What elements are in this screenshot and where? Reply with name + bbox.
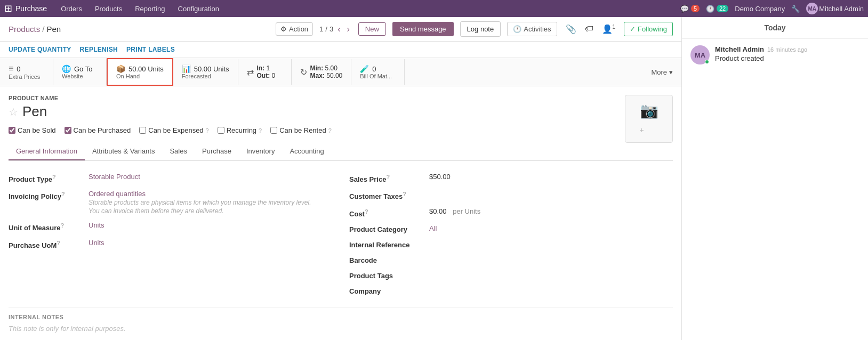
pager-total: 3 xyxy=(329,25,333,33)
field-customer-taxes: Customer Taxes? xyxy=(349,187,673,204)
breadcrumb: Products / Pen xyxy=(9,25,61,34)
send-message-button[interactable]: Send message xyxy=(392,22,454,36)
tab-accounting[interactable]: Accounting xyxy=(282,143,331,160)
left-fields: Product Type? Storable Product Invoicing… xyxy=(9,169,332,298)
help-icon: ? xyxy=(328,127,332,134)
smart-buttons-bar: ≡ 0 Extra Prices 🌐 Go To Website 📦 50.00… xyxy=(0,58,681,86)
can-be-rented-checkbox[interactable]: Can be Rented? xyxy=(270,126,332,134)
product-title[interactable]: Pen xyxy=(22,103,47,120)
breadcrumb-parent[interactable]: Products xyxy=(9,25,40,34)
product-photo[interactable]: 📷+ xyxy=(625,95,673,143)
field-barcode: Barcode xyxy=(349,252,673,268)
invoicing-policy-value[interactable]: Ordered quantities xyxy=(89,190,332,198)
wrench-icon[interactable]: 🔧 xyxy=(791,5,800,13)
activities-button[interactable]: 🕐 Activities xyxy=(507,22,557,36)
checkboxes-row: Can be Sold Can be Purchased Can be Expe… xyxy=(9,126,625,134)
chat-badge: 5 xyxy=(691,5,700,12)
purchase-uom-value[interactable]: Units xyxy=(89,239,332,247)
attachment-icon[interactable]: 📎 xyxy=(564,24,578,34)
nav-orders[interactable]: Orders xyxy=(55,3,87,15)
help-icon-invoicing: ? xyxy=(61,191,65,197)
new-button[interactable]: New xyxy=(358,22,386,36)
pager-next[interactable]: › xyxy=(345,25,352,34)
log-note-button[interactable]: Log note xyxy=(460,21,501,37)
forecasted-icon: 📊 xyxy=(182,64,191,73)
action-bar: UPDATE QUANTITY REPLENISH PRINT LABELS xyxy=(0,42,681,58)
nav-products[interactable]: Products xyxy=(90,3,127,15)
clock-icon-btn[interactable]: 🕐 22 xyxy=(706,5,728,13)
action-button[interactable]: ⚙ Action xyxy=(276,22,313,36)
help-icon: ? xyxy=(206,127,209,134)
internal-notes-section: INTERNAL NOTES This note is only for int… xyxy=(9,307,673,333)
navbar-right: 💬 5 🕐 22 Demo Company 🔧 MA Mitchell Admi… xyxy=(680,3,864,14)
smart-btn-in-out[interactable]: ⇄ In: 1 Out: 0 xyxy=(238,59,292,85)
star-icon[interactable]: ☆ xyxy=(9,106,18,118)
tag-icon[interactable]: 🏷 xyxy=(583,24,596,34)
message-item: MA Mitchell Admin 16 minutes ago Product… xyxy=(682,39,868,71)
on-hand-icon: 📦 xyxy=(116,64,125,73)
navbar: ⊞ Purchase Orders Products Reporting Con… xyxy=(0,0,868,17)
message-avatar: MA xyxy=(690,45,710,64)
product-name-row: ☆ Pen xyxy=(9,103,625,120)
replenish-link[interactable]: REPLENISH xyxy=(80,46,118,53)
smart-btn-forecasted[interactable]: 📊 50.00 Units Forecasted xyxy=(173,59,238,85)
chat-icon-btn[interactable]: 💬 5 xyxy=(680,5,700,13)
product-type-value[interactable]: Storable Product xyxy=(89,173,332,181)
list-icon: ≡ xyxy=(9,64,13,74)
can-be-purchased-checkbox[interactable]: Can be Purchased xyxy=(65,126,131,134)
uom-value[interactable]: Units xyxy=(89,221,332,229)
app-brand[interactable]: ⊞ Purchase xyxy=(4,3,47,14)
field-uom: Unit of Measure? Units xyxy=(9,218,332,235)
recurring-checkbox[interactable]: Recurring? xyxy=(218,126,262,134)
clock-badge: 22 xyxy=(717,5,728,12)
nav-configuration[interactable]: Configuration xyxy=(173,3,224,15)
right-icon-btns: 📎 🏷 👤1 xyxy=(564,24,618,34)
smart-btn-reorder[interactable]: ↻ Min: 5.00 Max: 50.00 xyxy=(292,59,352,85)
smart-btn-website[interactable]: 🌐 Go To Website xyxy=(53,59,107,85)
clock-icon: 🕐 xyxy=(706,5,714,13)
following-button[interactable]: ✓ Following xyxy=(624,22,673,36)
user-count-icon[interactable]: 👤1 xyxy=(600,24,618,34)
sales-price-value[interactable]: $50.00 xyxy=(429,173,673,181)
tab-sales[interactable]: Sales xyxy=(162,143,195,160)
more-button[interactable]: More ▾ xyxy=(642,63,681,82)
tab-purchase[interactable]: Purchase xyxy=(195,143,239,160)
help-icon: ? xyxy=(259,127,262,134)
smart-btn-on-hand[interactable]: 📦 50.00 Units On Hand xyxy=(107,58,173,86)
breadcrumb-actions: ⚙ Action 1 / 3 ‹ › New Send message Log … xyxy=(276,21,673,37)
field-product-type: Product Type? Storable Product xyxy=(9,169,332,187)
chevron-down-icon: ▾ xyxy=(669,68,673,76)
help-icon-customer-taxes: ? xyxy=(403,191,406,197)
can-be-expensed-checkbox[interactable]: Can be Expensed? xyxy=(139,126,208,134)
field-sales-price: Sales Price? $50.00 xyxy=(349,169,673,187)
field-company: Company xyxy=(349,283,673,298)
tab-inventory[interactable]: Inventory xyxy=(239,143,282,160)
cost-value[interactable]: $0.00 xyxy=(429,207,447,215)
product-category-value[interactable]: All xyxy=(429,224,673,232)
can-be-sold-checkbox[interactable]: Can be Sold xyxy=(9,126,56,134)
smart-btn-extra-prices[interactable]: ≡ 0 Extra Prices xyxy=(0,59,53,85)
camera-icon: 📷+ xyxy=(640,102,658,136)
chat-icon: 💬 xyxy=(680,5,689,13)
message-time: 16 minutes ago xyxy=(767,46,807,53)
pager-prev[interactable]: ‹ xyxy=(335,25,342,34)
content-area: Products / Pen ⚙ Action 1 / 3 ‹ › New Se… xyxy=(0,17,681,340)
company-name: Demo Company xyxy=(735,5,785,13)
tab-attributes-variants[interactable]: Attributes & Variants xyxy=(85,143,163,160)
smart-btn-bom[interactable]: 🧪 0 Bill Of Mat... xyxy=(351,59,405,85)
pager: 1 / 3 ‹ › xyxy=(319,25,352,34)
general-info-grid: Product Type? Storable Product Invoicing… xyxy=(9,169,673,298)
internal-notes-placeholder[interactable]: This note is only for internal purposes. xyxy=(9,325,673,333)
product-tabs: General Information Attributes & Variant… xyxy=(9,143,673,161)
print-labels-link[interactable]: PRINT LABELS xyxy=(126,46,175,53)
tab-general-information[interactable]: General Information xyxy=(9,143,85,160)
user-menu[interactable]: MA Mitchell Admin xyxy=(806,3,864,14)
nav-reporting[interactable]: Reporting xyxy=(130,3,170,15)
message-author: Mitchell Admin xyxy=(715,45,764,53)
invoicing-note-1: Storable products are physical items for… xyxy=(89,199,332,206)
field-internal-reference: Internal Reference xyxy=(349,237,673,252)
grid-icon: ⊞ xyxy=(4,3,12,14)
right-panel: Today MA Mitchell Admin 16 minutes ago P… xyxy=(681,17,868,340)
message-header: Mitchell Admin 16 minutes ago xyxy=(715,45,859,53)
update-quantity-link[interactable]: UPDATE QUANTITY xyxy=(9,46,71,53)
